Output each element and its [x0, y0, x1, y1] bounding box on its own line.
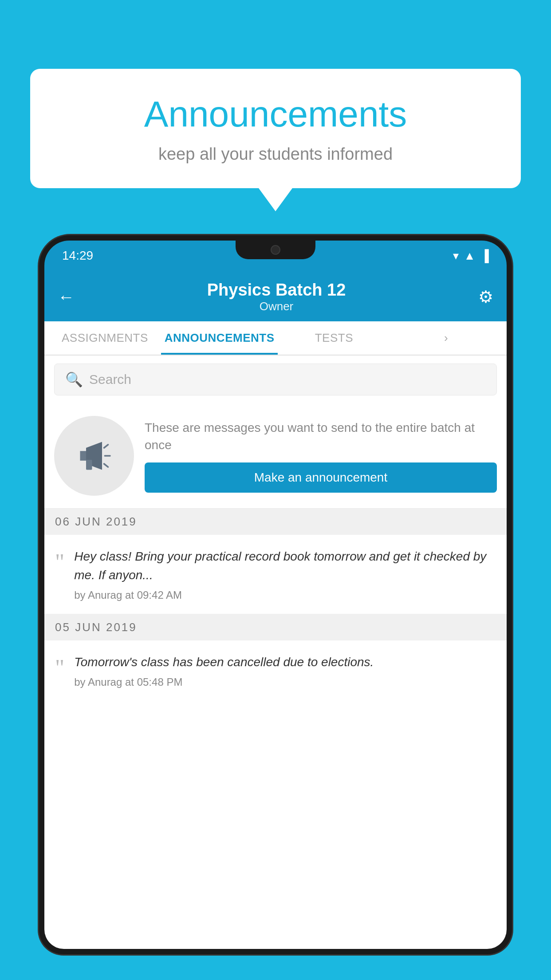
announcement-content-2: Tomorrow's class has been cancelled due …	[74, 653, 496, 688]
announcement-content-1: Hey class! Bring your practical record b…	[74, 547, 496, 601]
phone-camera	[271, 245, 280, 255]
quote-icon-1: "	[55, 551, 64, 574]
phone-frame: 14:29 ▾ ▲ ▐ ← Physics Batch 12 Owner ⚙ A…	[39, 235, 512, 954]
app-header: ← Physics Batch 12 Owner ⚙	[44, 271, 507, 321]
announcement-text-2: Tomorrow's class has been cancelled due …	[74, 653, 496, 672]
quote-icon-2: "	[55, 656, 64, 680]
phone-screen: ← Physics Batch 12 Owner ⚙ ASSIGNMENTS A…	[44, 271, 507, 949]
battery-icon: ▐	[481, 249, 489, 263]
promo-section: These are messages you want to send to t…	[44, 403, 507, 509]
tab-tests[interactable]: TESTS	[278, 321, 390, 355]
phone-mockup: 14:29 ▾ ▲ ▐ ← Physics Batch 12 Owner ⚙ A…	[39, 235, 512, 980]
back-button[interactable]: ←	[58, 288, 75, 307]
date-separator-2: 05 JUN 2019	[44, 614, 507, 640]
announcement-author-2: by Anurag at 05:48 PM	[74, 676, 496, 688]
search-input[interactable]: Search	[89, 372, 131, 387]
settings-icon[interactable]: ⚙	[478, 287, 493, 307]
svg-rect-2	[86, 460, 92, 470]
tab-more[interactable]: ›	[390, 321, 502, 355]
wifi-icon: ▾	[453, 249, 459, 263]
phone-notch	[236, 241, 315, 259]
speech-bubble-arrow	[259, 188, 292, 211]
announcement-item-1[interactable]: " Hey class! Bring your practical record…	[44, 535, 507, 614]
search-container: 🔍 Search	[44, 356, 507, 403]
announcement-text-1: Hey class! Bring your practical record b…	[74, 547, 496, 585]
tabs-bar: ASSIGNMENTS ANNOUNCEMENTS TESTS ›	[44, 321, 507, 356]
batch-subtitle: Owner	[207, 300, 346, 313]
speech-bubble-card: Announcements keep all your students inf…	[30, 69, 521, 188]
make-announcement-button[interactable]: Make an announcement	[145, 462, 497, 493]
batch-title: Physics Batch 12	[207, 281, 346, 300]
status-icons: ▾ ▲ ▐	[453, 249, 489, 263]
megaphone-circle	[54, 416, 134, 496]
tab-announcements[interactable]: ANNOUNCEMENTS	[161, 321, 278, 355]
speech-bubble-section: Announcements keep all your students inf…	[30, 69, 521, 211]
promo-right: These are messages you want to send to t…	[145, 419, 497, 493]
status-bar: 14:29 ▾ ▲ ▐	[44, 241, 507, 271]
search-bar[interactable]: 🔍 Search	[54, 364, 497, 395]
speech-bubble-subtitle: keep all your students informed	[57, 145, 494, 164]
announcement-author-1: by Anurag at 09:42 AM	[74, 589, 496, 601]
signal-icon: ▲	[464, 249, 476, 263]
speech-bubble-title: Announcements	[57, 93, 494, 135]
svg-line-3	[104, 445, 108, 448]
svg-line-5	[104, 464, 108, 467]
header-title-block: Physics Batch 12 Owner	[207, 281, 346, 313]
search-icon: 🔍	[65, 371, 83, 388]
tab-assignments[interactable]: ASSIGNMENTS	[49, 321, 161, 355]
promo-description: These are messages you want to send to t…	[145, 419, 497, 454]
status-time: 14:29	[62, 249, 93, 263]
megaphone-icon	[74, 436, 114, 476]
date-separator-1: 06 JUN 2019	[44, 509, 507, 535]
announcement-item-2[interactable]: " Tomorrow's class has been cancelled du…	[44, 640, 507, 701]
svg-marker-0	[80, 451, 87, 461]
